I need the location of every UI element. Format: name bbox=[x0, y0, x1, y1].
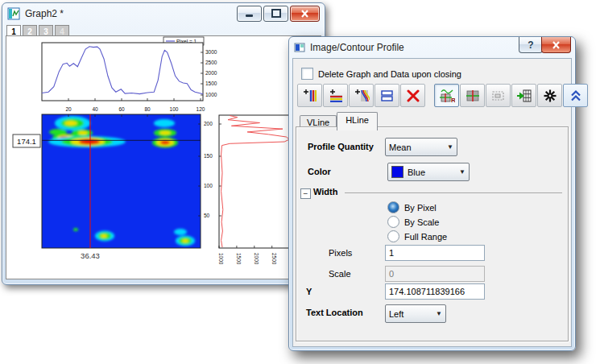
collapse-dialog-button[interactable] bbox=[563, 84, 588, 107]
text-location-label: Text Location bbox=[306, 308, 363, 317]
add-horizontal-profile-button[interactable] bbox=[323, 84, 348, 107]
svg-text:1000: 1000 bbox=[218, 253, 224, 265]
dialog-icon bbox=[294, 42, 305, 53]
image-y-labels: 200 150 100 50 bbox=[204, 121, 213, 218]
go-to-data-button[interactable] bbox=[511, 84, 536, 107]
full-range-label: Full Range bbox=[404, 232, 447, 242]
help-button[interactable]: ? bbox=[519, 37, 543, 53]
merge-lines-button[interactable] bbox=[374, 84, 399, 107]
color-label: Color bbox=[308, 167, 331, 176]
merge-lines-icon bbox=[380, 89, 395, 103]
dialog-title: Image/Contour Profile bbox=[310, 42, 404, 53]
preview-profile-button[interactable]: R bbox=[434, 84, 459, 107]
by-pixel-radio[interactable] bbox=[387, 201, 399, 213]
dialog-close-icon bbox=[552, 41, 561, 49]
image-contour-profile-dialog: Image/Contour Profile ? Delete Graph and… bbox=[288, 36, 576, 351]
svg-text:20: 20 bbox=[65, 106, 72, 112]
color-swatch bbox=[391, 166, 403, 178]
svg-text:150: 150 bbox=[204, 153, 213, 159]
minus-icon: − bbox=[304, 190, 308, 197]
scale-input[interactable]: 0 bbox=[385, 266, 485, 282]
right-plot-x-labels: 1000 1500 2000 2500 3000 bbox=[218, 253, 295, 265]
profile-quantity-value: Mean bbox=[389, 143, 412, 152]
y-label: Y bbox=[306, 287, 312, 296]
width-collapse-toggle[interactable]: − bbox=[300, 188, 311, 199]
full-range-radio[interactable] bbox=[387, 230, 399, 242]
add-vertical-profile-button[interactable] bbox=[297, 84, 322, 107]
vline-label[interactable]: 36.43 bbox=[81, 251, 100, 260]
tick-label: 2000 bbox=[205, 70, 217, 76]
delete-graph-checkbox-row[interactable]: Delete Graph and Data upon closing bbox=[301, 68, 461, 80]
text-location-value: Left bbox=[389, 309, 403, 319]
settings-button[interactable] bbox=[537, 84, 562, 107]
minimize-button[interactable] bbox=[237, 6, 262, 22]
profile-quantity-dropdown[interactable]: Mean ▼ bbox=[385, 138, 457, 156]
dialog-close-button[interactable] bbox=[541, 37, 571, 53]
preview-profile-icon: R bbox=[439, 89, 455, 103]
scale-value: 0 bbox=[389, 269, 394, 279]
by-scale-radio-row[interactable]: By Scale bbox=[387, 216, 439, 228]
close-button[interactable] bbox=[290, 6, 320, 22]
rectangle-roi-button[interactable] bbox=[486, 84, 511, 107]
y-input[interactable]: 174.108711839166 bbox=[385, 283, 485, 300]
screen: Graph2 * 1 2 3 4 bbox=[0, 0, 600, 364]
restore-button[interactable] bbox=[263, 6, 288, 22]
by-pixel-radio-row[interactable]: By Pixel bbox=[387, 201, 437, 213]
scale-label: Scale bbox=[329, 269, 351, 279]
y-value: 174.108711839166 bbox=[389, 287, 465, 296]
color-dropdown[interactable]: Blue ▼ bbox=[387, 163, 470, 181]
svg-text:40: 40 bbox=[92, 106, 98, 112]
right-profile-plot[interactable]: 1000 1500 2000 2500 3000 bbox=[218, 115, 295, 265]
delete-profile-icon bbox=[406, 89, 420, 103]
full-range-radio-row[interactable]: Full Range bbox=[387, 230, 447, 242]
cross-lines-button[interactable] bbox=[460, 84, 485, 107]
add-vertical-profile-icon bbox=[302, 89, 318, 103]
hline-settings-panel: Profile Quantity Mean ▼ Color Blue ▼ − W… bbox=[296, 126, 569, 341]
hline-label[interactable]: 174.1 bbox=[13, 134, 40, 147]
graph-window-titlebar[interactable]: Graph2 * bbox=[2, 3, 325, 23]
add-arbitrary-profile-icon bbox=[354, 89, 370, 103]
text-location-dropdown[interactable]: Left ▼ bbox=[385, 304, 446, 323]
svg-text:200: 200 bbox=[204, 121, 213, 126]
svg-text:80: 80 bbox=[144, 106, 151, 112]
dialog-toolbar: R bbox=[297, 84, 589, 107]
width-section-divider bbox=[345, 192, 562, 193]
profile-quantity-label: Profile Quantity bbox=[308, 142, 374, 151]
tick-label: 1500 bbox=[205, 81, 217, 86]
go-to-data-icon bbox=[516, 89, 532, 103]
tick-label: 3000 bbox=[205, 49, 217, 55]
contour-image[interactable] bbox=[42, 114, 201, 248]
graph-canvas[interactable]: Pixel = 1 3000 2500 2000 1500 bbox=[6, 36, 320, 279]
pixels-value: 1 bbox=[389, 248, 394, 258]
tick-label: 1000 bbox=[205, 92, 217, 97]
cross-lines-icon bbox=[466, 89, 480, 103]
rectangle-roi-icon bbox=[491, 89, 506, 103]
svg-text:60: 60 bbox=[118, 106, 125, 112]
svg-text:1500: 1500 bbox=[236, 253, 242, 265]
add-arbitrary-profile-button[interactable] bbox=[349, 84, 374, 107]
help-icon: ? bbox=[528, 39, 533, 51]
graph-window: Graph2 * 1 2 3 4 bbox=[2, 2, 325, 285]
delete-graph-checkbox[interactable] bbox=[301, 68, 313, 80]
graph-window-title: Graph2 * bbox=[25, 8, 64, 19]
chevron-down-icon: ▼ bbox=[442, 143, 453, 151]
tab-hline[interactable]: HLine bbox=[337, 112, 378, 130]
graph-window-icon bbox=[7, 7, 20, 20]
add-horizontal-profile-icon bbox=[328, 89, 344, 103]
svg-text:R: R bbox=[451, 97, 455, 103]
delete-graph-checkbox-label: Delete Graph and Data upon closing bbox=[318, 69, 461, 79]
dialog-body: Delete Graph and Data upon closing bbox=[292, 58, 572, 347]
delete-profile-button[interactable] bbox=[400, 84, 425, 107]
width-label: Width bbox=[313, 187, 337, 196]
svg-text:2000: 2000 bbox=[254, 253, 259, 265]
svg-text:50: 50 bbox=[204, 213, 210, 218]
pixels-input[interactable]: 1 bbox=[385, 245, 485, 261]
by-scale-radio[interactable] bbox=[387, 216, 399, 228]
tick-label: 2500 bbox=[205, 60, 217, 65]
graph-client-area[interactable]: Pixel = 1 3000 2500 2000 1500 bbox=[6, 35, 321, 279]
top-profile-plot[interactable]: 3000 2500 2000 1500 1000 bbox=[42, 43, 217, 101]
settings-gear-icon bbox=[543, 89, 557, 103]
pixels-label: Pixels bbox=[329, 248, 352, 258]
minimize-icon bbox=[246, 14, 253, 17]
color-value: Blue bbox=[408, 168, 425, 177]
